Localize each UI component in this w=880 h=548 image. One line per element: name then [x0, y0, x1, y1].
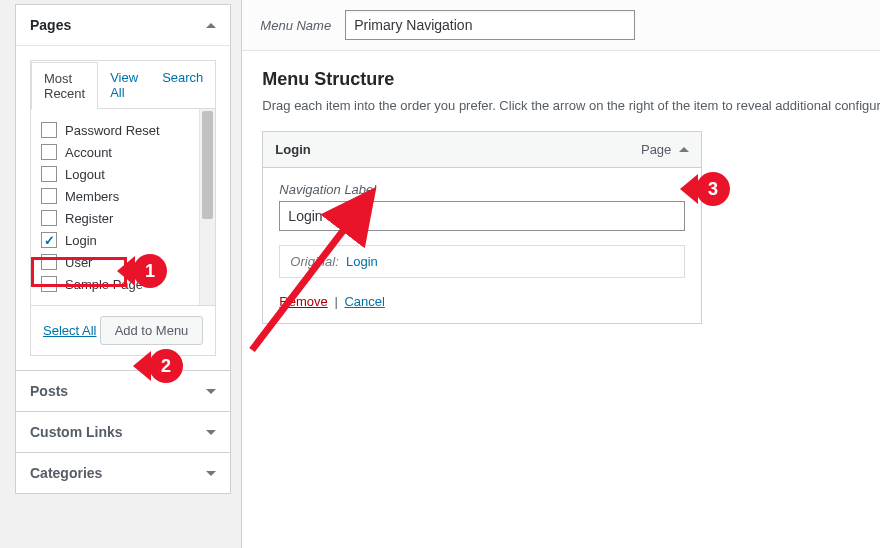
accordion-custom-links: Custom Links [15, 411, 231, 453]
menu-structure-heading: Menu Structure [262, 69, 880, 90]
accordion-head-categories[interactable]: Categories [16, 453, 230, 493]
menu-item-title: Login [275, 142, 310, 157]
accordion-head-posts[interactable]: Posts [16, 371, 230, 411]
scrollbar[interactable] [199, 109, 215, 305]
list-item[interactable]: Password Reset [41, 119, 193, 141]
list-item-login[interactable]: Login [41, 229, 193, 251]
caret-up-icon [206, 23, 216, 28]
checkbox-icon[interactable] [41, 232, 57, 248]
divider: | [331, 294, 340, 309]
menu-name-label: Menu Name [260, 18, 331, 33]
menu-item-type: Page [641, 142, 671, 157]
checkbox-icon[interactable] [41, 276, 57, 292]
accordion-head-custom[interactable]: Custom Links [16, 412, 230, 452]
original-box: Original: Login [279, 245, 685, 278]
checkbox-icon[interactable] [41, 166, 57, 182]
list-item-label: User [65, 255, 92, 270]
tab-search[interactable]: Search [150, 62, 215, 109]
checkbox-icon[interactable] [41, 210, 57, 226]
checkbox-icon[interactable] [41, 188, 57, 204]
tab-view-all[interactable]: View All [98, 62, 150, 109]
menu-structure-desc: Drag each item into the order you prefer… [262, 98, 880, 113]
list-item[interactable]: Account [41, 141, 193, 163]
accordion-title-pages: Pages [30, 17, 71, 33]
list-item[interactable]: Members [41, 185, 193, 207]
pages-checklist: Password Reset Account Logout [31, 109, 199, 305]
accordion-title-posts: Posts [30, 383, 68, 399]
list-item-label: Account [65, 145, 112, 160]
accordion-head-pages[interactable]: Pages [16, 5, 230, 45]
menu-item-header[interactable]: Login Page [263, 132, 701, 168]
list-item[interactable]: Logout [41, 163, 193, 185]
accordion-title-categories: Categories [30, 465, 102, 481]
accordion-title-custom: Custom Links [30, 424, 123, 440]
tab-most-recent[interactable]: Most Recent [31, 62, 98, 110]
navigation-label-field-label: Navigation Label [279, 182, 685, 197]
accordion-categories: Categories [15, 452, 231, 494]
list-item[interactable]: User [41, 251, 193, 273]
add-to-menu-button[interactable]: Add to Menu [100, 316, 204, 345]
caret-down-icon [206, 471, 216, 476]
navigation-label-input[interactable] [279, 201, 685, 231]
caret-up-icon [679, 147, 689, 152]
original-label: Original: [290, 254, 338, 269]
checkbox-icon[interactable] [41, 254, 57, 270]
list-item-label: Login [65, 233, 97, 248]
scrollbar-thumb[interactable] [202, 111, 213, 219]
caret-down-icon [206, 430, 216, 435]
caret-down-icon [206, 389, 216, 394]
list-item[interactable]: Register [41, 207, 193, 229]
original-link[interactable]: Login [346, 254, 378, 269]
page-tabs: Most Recent View All Search [31, 61, 215, 109]
list-item[interactable]: Sample Page [41, 273, 193, 295]
menu-item: Login Page Navigation Label Original: Lo… [262, 131, 702, 324]
list-item-label: Sample Page [65, 277, 143, 292]
select-all-link[interactable]: Select All [43, 323, 96, 338]
checkbox-icon[interactable] [41, 144, 57, 160]
cancel-link[interactable]: Cancel [344, 294, 384, 309]
accordion-pages: Pages Most Recent View All Search Pass [15, 4, 231, 371]
accordion-posts: Posts [15, 370, 231, 412]
checkbox-icon[interactable] [41, 122, 57, 138]
list-item-label: Register [65, 211, 113, 226]
list-item-label: Members [65, 189, 119, 204]
menu-name-input[interactable] [345, 10, 635, 40]
remove-link[interactable]: Remove [279, 294, 327, 309]
list-item-label: Logout [65, 167, 105, 182]
list-item-label: Password Reset [65, 123, 160, 138]
